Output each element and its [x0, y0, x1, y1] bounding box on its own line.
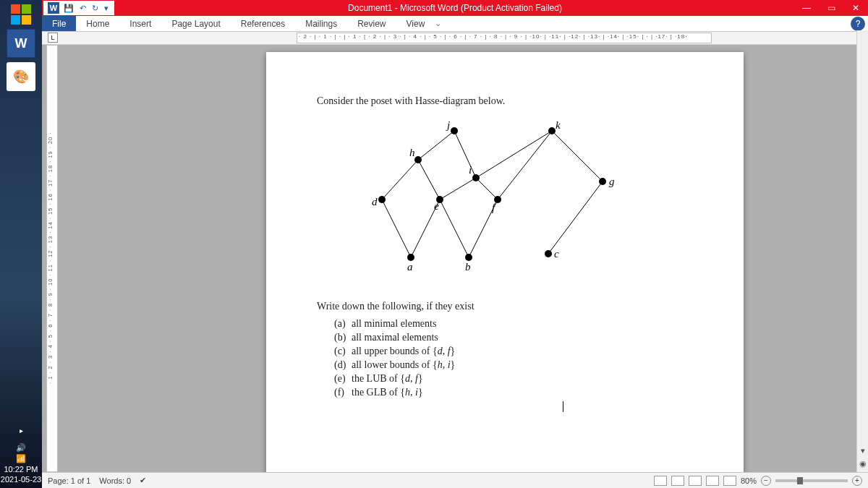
- status-spellcheck-icon[interactable]: ✔: [140, 476, 146, 485]
- svg-point-16: [545, 250, 552, 257]
- tab-insert[interactable]: Insert: [119, 16, 161, 31]
- horizontal-ruler[interactable]: · 2 · | · 1 · | · | · 1 · | · 2 · | · 3 …: [297, 33, 712, 43]
- svg-point-15: [465, 254, 472, 261]
- question-list: (a)all minimal elements (b)all maximal e…: [317, 318, 693, 398]
- tray-wifi-icon[interactable]: 📶: [0, 454, 42, 463]
- taskbar-paint-icon[interactable]: 🎨: [7, 62, 35, 91]
- help-button[interactable]: ?: [851, 17, 865, 31]
- svg-line-2: [440, 200, 469, 257]
- zoom-slider[interactable]: [775, 479, 848, 482]
- tab-page-layout[interactable]: Page Layout: [161, 16, 230, 31]
- quick-access-toolbar: W 💾 ↶ ↻ ▾: [43, 1, 114, 15]
- tray-time[interactable]: 10:22 PM: [0, 465, 42, 474]
- node-c: c: [554, 248, 559, 260]
- hasse-diagram: a b c d e f g h i j k: [367, 120, 642, 279]
- qat-undo-button[interactable]: ↶: [78, 4, 88, 13]
- view-fullscreen-button[interactable]: [671, 476, 684, 486]
- svg-line-4: [382, 160, 418, 200]
- list-item: (b)all maximal elements: [334, 332, 693, 343]
- svg-point-21: [414, 156, 422, 163]
- window-title: Document1 - Microsoft Word (Product Acti…: [348, 3, 562, 13]
- tab-file[interactable]: File: [42, 16, 76, 31]
- svg-line-6: [440, 178, 476, 200]
- status-words[interactable]: Words: 0: [99, 476, 131, 485]
- tab-mailings[interactable]: Mailings: [295, 16, 347, 31]
- svg-point-17: [378, 196, 386, 203]
- horizontal-ruler-row: L · 2 · | · 1 · | · | · 1 · | · 2 · | · …: [42, 32, 868, 45]
- word-logo-icon: W: [48, 2, 59, 14]
- node-a: a: [407, 261, 413, 273]
- svg-point-22: [472, 174, 480, 181]
- word-window: W 💾 ↶ ↻ ▾ Document1 - Microsoft Word (Pr…: [42, 0, 868, 488]
- ribbon-collapse-icon[interactable]: ⌄: [435, 19, 441, 28]
- maximize-button[interactable]: ▭: [819, 0, 843, 16]
- view-web-button[interactable]: [689, 476, 702, 486]
- document-workspace: · 1 · 2 · 3 · 4 · 5 · 6 · 7 · 8 · 9 · 10…: [42, 45, 868, 472]
- vertical-ruler[interactable]: · 1 · 2 · 3 · 4 · 5 · 6 · 7 · 8 · 9 · 10…: [46, 45, 58, 472]
- taskbar-word-icon[interactable]: W: [7, 29, 35, 58]
- qat-redo-button[interactable]: ↻: [90, 4, 100, 13]
- svg-point-20: [599, 178, 606, 185]
- node-g: g: [609, 176, 615, 187]
- svg-point-24: [548, 127, 556, 134]
- svg-line-12: [548, 181, 603, 254]
- doc-prompt-text: Write down the following, if they exist: [317, 301, 693, 312]
- svg-line-7: [476, 178, 498, 200]
- doc-intro-text: Consider the poset with Hasse-diagram be…: [317, 95, 693, 107]
- tray-expand-icon[interactable]: ▸: [20, 427, 23, 435]
- svg-line-5: [418, 160, 440, 200]
- titlebar: W 💾 ↶ ↻ ▾ Document1 - Microsoft Word (Pr…: [42, 0, 868, 16]
- list-item: (f)the GLB of {h, i}: [334, 387, 693, 398]
- tab-review[interactable]: Review: [347, 16, 396, 31]
- vertical-scrollbar[interactable]: ▾ ◉: [856, 30, 868, 472]
- view-outline-button[interactable]: [706, 476, 719, 486]
- svg-point-14: [407, 254, 414, 261]
- document-page[interactable]: Consider the poset with Hasse-diagram be…: [266, 52, 744, 472]
- status-page[interactable]: Page: 1 of 1: [48, 476, 90, 485]
- list-item: (a)all minimal elements: [334, 318, 693, 330]
- zoom-in-button[interactable]: +: [852, 476, 862, 486]
- tab-home[interactable]: Home: [76, 16, 119, 31]
- node-b: b: [465, 261, 471, 273]
- svg-point-23: [451, 127, 458, 134]
- node-i: i: [469, 164, 472, 176]
- svg-line-11: [498, 131, 552, 200]
- tab-view[interactable]: View: [396, 16, 435, 31]
- start-button[interactable]: [11, 4, 31, 25]
- node-j: j: [446, 120, 450, 131]
- list-item: (e)the LUB of {d, f}: [334, 373, 693, 385]
- zoom-out-button[interactable]: −: [761, 476, 771, 486]
- system-tray: 🔊 📶 10:22 PM 2021-05-23: [0, 439, 42, 488]
- minimize-button[interactable]: —: [794, 0, 819, 16]
- list-item: (d)all lower bounds of {h, i}: [334, 359, 693, 371]
- list-item: (c)all upper bounds of {d, f}: [334, 346, 693, 357]
- svg-line-13: [552, 131, 603, 181]
- svg-line-8: [418, 131, 454, 160]
- text-cursor: [563, 401, 563, 412]
- tray-date[interactable]: 2021-05-23: [0, 475, 42, 484]
- view-draft-button[interactable]: [723, 476, 736, 486]
- tab-references[interactable]: References: [231, 16, 295, 31]
- svg-line-9: [454, 131, 476, 178]
- node-e: e: [434, 200, 439, 212]
- ribbon-tabs: File Home Insert Page Layout References …: [42, 16, 868, 32]
- taskbar: W 🎨 ▸ 🔊 📶 10:22 PM 2021-05-23: [0, 0, 42, 488]
- qat-customize-button[interactable]: ▾: [103, 4, 110, 13]
- tray-speaker-icon[interactable]: 🔊: [0, 443, 42, 453]
- statusbar: Page: 1 of 1 Words: 0 ✔ 80% − +: [42, 472, 868, 488]
- zoom-level[interactable]: 80%: [741, 476, 757, 485]
- node-d: d: [372, 196, 378, 207]
- node-k: k: [556, 120, 561, 131]
- svg-line-10: [476, 131, 552, 178]
- qat-save-button[interactable]: 💾: [62, 4, 75, 13]
- scroll-object-icon[interactable]: ◉: [857, 458, 868, 469]
- tab-stop-selector[interactable]: L: [48, 33, 58, 43]
- svg-line-0: [382, 200, 411, 257]
- node-h: h: [409, 147, 415, 158]
- close-button[interactable]: ✕: [843, 0, 868, 16]
- view-print-layout-button[interactable]: [654, 476, 667, 486]
- scroll-down-icon[interactable]: ▾: [857, 445, 868, 456]
- svg-point-19: [494, 196, 501, 203]
